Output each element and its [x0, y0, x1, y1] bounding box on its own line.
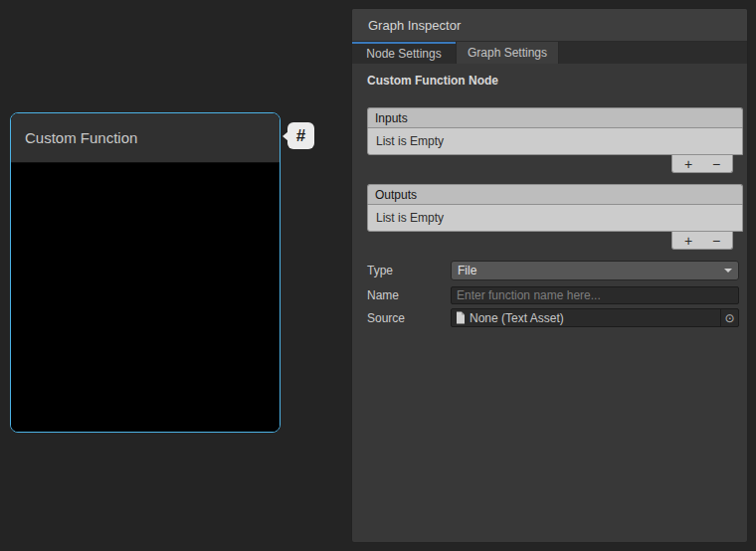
node-title-bar[interactable]: Custom Function — [11, 113, 280, 163]
tab-graph-settings-label: Graph Settings — [468, 46, 547, 60]
name-row: Name — [367, 284, 739, 305]
inputs-list-title: Inputs — [375, 111, 408, 125]
text-asset-icon — [456, 311, 466, 324]
type-row: Type File — [367, 260, 739, 280]
inputs-list: Inputs List is Empty + − — [367, 107, 743, 173]
source-object-field[interactable]: None (Text Asset) ⊙ — [451, 308, 739, 327]
tab-graph-settings[interactable]: Graph Settings — [456, 42, 559, 64]
node-title: Custom Function — [25, 129, 137, 146]
outputs-list-empty-row: List is Empty — [367, 204, 743, 232]
object-picker-icon[interactable]: ⊙ — [720, 309, 738, 326]
outputs-list-footer: + − — [671, 232, 733, 250]
outputs-list: Outputs List is Empty + − — [367, 184, 743, 250]
tab-node-settings[interactable]: Node Settings — [352, 42, 456, 64]
node-custom-function[interactable]: Custom Function — [10, 112, 281, 433]
type-dropdown[interactable]: File — [451, 261, 739, 280]
outputs-remove-button[interactable]: − — [704, 234, 728, 248]
source-object-value: None (Text Asset) — [470, 311, 564, 325]
hash-icon: # — [296, 126, 305, 146]
outputs-list-header: Outputs — [367, 184, 743, 204]
source-label: Source — [367, 311, 451, 325]
chevron-down-icon — [724, 269, 732, 273]
function-name-input[interactable] — [451, 286, 739, 304]
name-label: Name — [367, 288, 451, 302]
graph-inspector-panel: Graph Inspector Node Settings Graph Sett… — [351, 8, 748, 543]
type-dropdown-value: File — [458, 264, 476, 277]
inspector-tab-strip: Node Settings Graph Settings — [352, 42, 747, 64]
outputs-empty-text: List is Empty — [376, 211, 444, 225]
inputs-empty-text: List is Empty — [376, 134, 444, 148]
inputs-list-footer: + − — [671, 155, 733, 173]
inspector-title-bar[interactable]: Graph Inspector — [352, 9, 747, 42]
inputs-list-empty-row: List is Empty — [367, 127, 743, 155]
tab-node-settings-label: Node Settings — [366, 47, 441, 61]
node-preview-body — [11, 163, 280, 433]
type-label: Type — [367, 264, 451, 277]
inputs-remove-button[interactable]: − — [704, 157, 728, 171]
section-title: Custom Function Node — [367, 74, 498, 88]
outputs-add-button[interactable]: + — [676, 234, 700, 248]
inputs-list-header: Inputs — [367, 107, 743, 127]
hash-badge-button[interactable]: # — [287, 122, 314, 149]
outputs-list-title: Outputs — [375, 188, 417, 202]
source-row: Source None (Text Asset) ⊙ — [367, 307, 739, 328]
inspector-title: Graph Inspector — [368, 18, 461, 33]
inputs-add-button[interactable]: + — [676, 157, 700, 171]
